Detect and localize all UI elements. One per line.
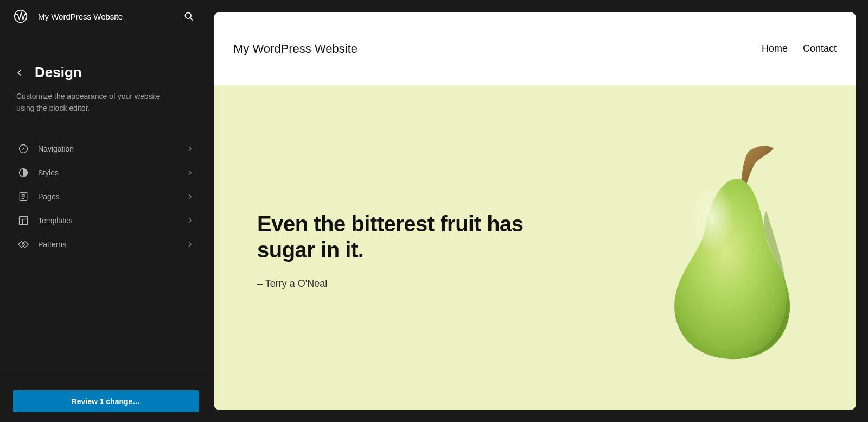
svg-line-2 xyxy=(190,18,193,20)
nav-item-templates[interactable]: Templates xyxy=(8,209,204,232)
hero-attribution: – Terry a O'Neal xyxy=(257,278,539,289)
nav-item-label: Templates xyxy=(38,216,177,225)
chevron-left-icon xyxy=(15,68,24,78)
panel-heading: Design xyxy=(0,64,212,81)
svg-point-16 xyxy=(709,276,711,278)
nav-item-styles[interactable]: Styles xyxy=(8,161,204,185)
templates-icon xyxy=(17,215,29,226)
preview-site-header: My WordPress Website Home Contact xyxy=(214,12,856,85)
preview-canvas-wrap: My WordPress Website Home Contact Even t… xyxy=(212,0,868,422)
svg-point-22 xyxy=(717,254,718,255)
search-icon xyxy=(183,11,194,22)
svg-point-18 xyxy=(747,281,749,283)
styles-icon xyxy=(17,167,29,179)
hero-quote: Even the bitterest fruit has sugar in it… xyxy=(257,211,539,263)
svg-marker-4 xyxy=(22,148,25,150)
svg-point-15 xyxy=(682,179,758,298)
hero-text-block: Even the bitterest fruit has sugar in it… xyxy=(257,206,539,289)
svg-point-20 xyxy=(698,308,700,310)
panel-description: Customize the appearance of your website… xyxy=(0,81,190,114)
nav-item-pages[interactable]: Pages xyxy=(8,185,204,209)
sidebar-topbar: My WordPress Website xyxy=(0,0,212,33)
sidebar-footer: Review 1 change… xyxy=(0,376,212,422)
preview-nav: Home Contact xyxy=(762,43,837,54)
preview-canvas[interactable]: My WordPress Website Home Contact Even t… xyxy=(214,12,856,410)
svg-point-17 xyxy=(725,303,727,305)
wordpress-logo-icon[interactable] xyxy=(13,9,28,24)
chevron-right-icon xyxy=(186,216,194,225)
preview-nav-link-home[interactable]: Home xyxy=(762,43,788,54)
hero-image-pear xyxy=(628,135,824,374)
preview-hero[interactable]: Even the bitterest fruit has sugar in it… xyxy=(214,85,856,410)
preview-nav-link-contact[interactable]: Contact xyxy=(803,43,837,54)
chevron-right-icon xyxy=(186,168,194,177)
review-changes-button[interactable]: Review 1 change… xyxy=(13,390,199,412)
site-name[interactable]: My WordPress Website xyxy=(38,12,169,21)
chevron-right-icon xyxy=(186,192,194,201)
nav-item-navigation[interactable]: Navigation xyxy=(8,137,204,161)
panel-title: Design xyxy=(35,64,82,81)
svg-point-19 xyxy=(758,314,760,316)
patterns-icon xyxy=(17,238,29,250)
chevron-right-icon xyxy=(186,144,194,153)
nav-item-label: Navigation xyxy=(38,144,177,153)
svg-point-24 xyxy=(769,292,770,294)
compass-icon xyxy=(17,143,29,155)
preview-site-title[interactable]: My WordPress Website xyxy=(233,42,358,56)
design-nav-list: Navigation Styles xyxy=(0,137,212,256)
svg-point-23 xyxy=(752,249,754,250)
chevron-right-icon xyxy=(186,240,194,249)
svg-rect-10 xyxy=(20,217,28,225)
editor-sidebar: My WordPress Website Design Customize th… xyxy=(0,0,212,422)
pages-icon xyxy=(17,191,29,203)
nav-item-label: Styles xyxy=(38,168,177,177)
nav-item-label: Patterns xyxy=(38,240,177,249)
nav-item-label: Pages xyxy=(38,192,177,201)
svg-point-21 xyxy=(736,330,738,332)
back-button[interactable] xyxy=(13,66,26,79)
search-button[interactable] xyxy=(179,7,199,26)
nav-item-patterns[interactable]: Patterns xyxy=(8,232,204,256)
